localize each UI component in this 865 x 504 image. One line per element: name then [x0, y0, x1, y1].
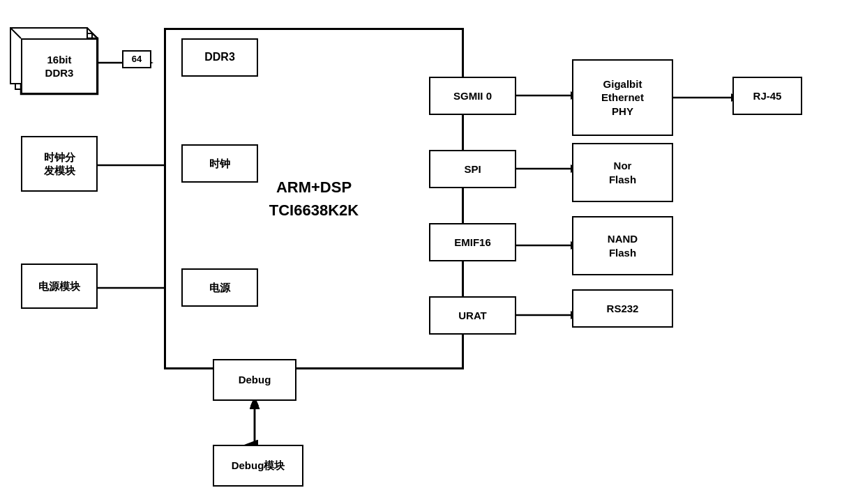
rs232-box: RS232 [572, 289, 673, 328]
eth-phy-label: GigalbitEthernetPHY [601, 77, 644, 119]
diagram: ARM+DSP TCI6638K2K 16bitDDR3 64 DDR3 时钟分… [0, 0, 865, 504]
emif-port-box: EMIF16 [429, 223, 516, 261]
debug-module-box: Debug模块 [213, 445, 303, 487]
power-src-box: 电源模块 [21, 264, 98, 309]
power-port-box: 电源 [181, 268, 258, 307]
nand-flash-label: NANDFlash [608, 232, 638, 259]
clock-src-label: 时钟分发模块 [44, 151, 75, 178]
eth-phy-box: GigalbitEthernetPHY [572, 59, 673, 136]
main-chip-box: ARM+DSP TCI6638K2K [164, 28, 464, 369]
sgmii-port-box: SGMII 0 [429, 77, 516, 115]
debug-port-box: Debug [213, 359, 296, 401]
svg-line-3 [92, 33, 98, 38]
clock-src-box: 时钟分发模块 [21, 136, 98, 192]
ddr3-bus-label: 64 [122, 50, 151, 68]
rj45-box: RJ-45 [732, 77, 802, 115]
main-chip-label: ARM+DSP TCI6638K2K [240, 176, 388, 222]
spi-port-box: SPI [429, 150, 516, 188]
nand-flash-box: NANDFlash [572, 216, 673, 275]
svg-line-6 [87, 28, 98, 38]
svg-line-5 [10, 28, 21, 38]
urat-port-box: URAT [429, 296, 516, 335]
ddr3-chip-label: 16bitDDR3 [45, 53, 74, 80]
nor-flash-label: NorFlash [609, 159, 636, 186]
power-src-label: 电源模块 [38, 280, 80, 293]
ddr3-chip-box: 16bitDDR3 [21, 38, 98, 94]
svg-line-2 [15, 33, 21, 38]
ddr3-port-box: DDR3 [181, 38, 258, 77]
clock-port-box: 时钟 [181, 144, 258, 183]
nor-flash-box: NorFlash [572, 143, 673, 202]
